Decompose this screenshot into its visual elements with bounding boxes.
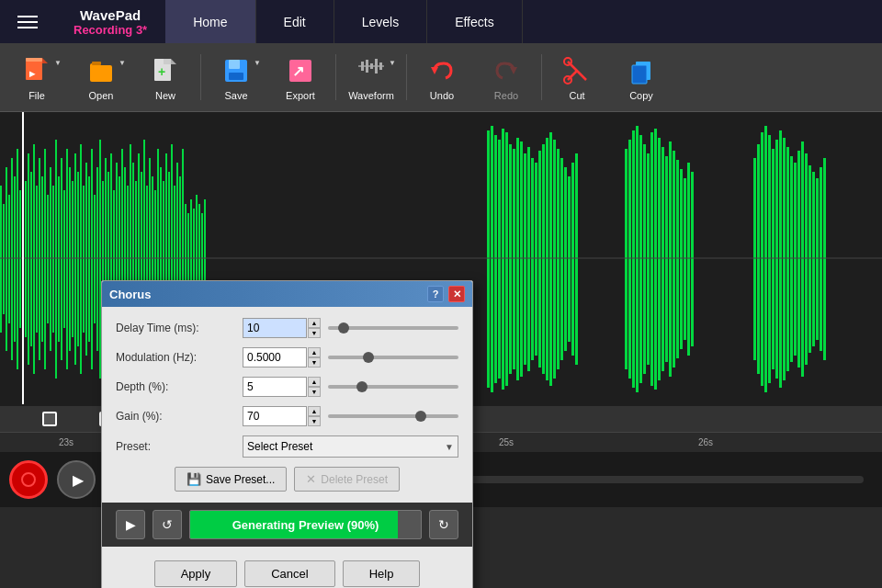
- copy-label: Copy: [629, 90, 653, 101]
- modulation-input-group: ▲ ▼: [243, 347, 321, 368]
- modulation-slider[interactable]: [328, 356, 458, 359]
- modulation-thumb[interactable]: [363, 352, 374, 363]
- svg-rect-144: [687, 163, 690, 356]
- delete-preset-button[interactable]: ✕ Delete Preset: [294, 467, 400, 492]
- nav-tabs: Home Edit Levels Effects: [165, 0, 882, 43]
- modulation-down[interactable]: ▼: [308, 357, 321, 368]
- gain-down[interactable]: ▼: [308, 416, 321, 426]
- tab-levels[interactable]: Levels: [334, 0, 427, 43]
- svg-rect-149: [764, 126, 767, 392]
- svg-rect-104: [494, 135, 497, 383]
- gain-up[interactable]: ▲: [308, 406, 321, 416]
- record-icon: [21, 472, 36, 487]
- svg-rect-47: [55, 140, 57, 379]
- delay-time-input-group: ▲ ▼: [243, 318, 321, 338]
- svg-rect-4: [92, 62, 101, 65]
- dialog-close-button[interactable]: ✕: [448, 286, 465, 302]
- svg-rect-143: [684, 178, 686, 340]
- undo-button[interactable]: Undo: [410, 46, 474, 108]
- svg-rect-39: [33, 144, 35, 374]
- preview-back-button[interactable]: ↺: [153, 510, 182, 539]
- apply-label: Apply: [181, 567, 211, 581]
- svg-rect-61: [94, 195, 96, 323]
- new-icon: +: [149, 54, 182, 87]
- depth-row: Depth (%): ▲ ▼: [116, 377, 458, 397]
- svg-marker-21: [510, 67, 517, 74]
- save-preset-button[interactable]: 💾 Save Preset...: [175, 467, 287, 492]
- svg-rect-111: [520, 141, 523, 377]
- new-button[interactable]: + New: [133, 46, 198, 108]
- play-button[interactable]: ▶: [57, 460, 96, 499]
- cut-icon: [560, 54, 594, 87]
- menu-button[interactable]: [0, 0, 55, 43]
- svg-rect-156: [790, 156, 793, 362]
- save-label: Save: [224, 90, 247, 101]
- svg-rect-130: [636, 126, 639, 392]
- modulation-up[interactable]: ▲: [308, 347, 321, 357]
- svg-rect-38: [30, 172, 32, 346]
- modulation-input[interactable]: [243, 347, 307, 368]
- help-label: Help: [369, 567, 394, 581]
- depth-slider[interactable]: [328, 385, 458, 389]
- svg-rect-62: [96, 167, 98, 351]
- open-button[interactable]: ▼ Open: [69, 46, 133, 108]
- gain-thumb[interactable]: [415, 411, 426, 422]
- tab-edit[interactable]: Edit: [256, 0, 334, 43]
- file-button[interactable]: ▶ ▼ File: [5, 46, 69, 108]
- file-label: File: [28, 90, 45, 101]
- svg-rect-135: [654, 129, 657, 390]
- dialog-help-button[interactable]: ?: [427, 286, 444, 302]
- svg-rect-161: [808, 165, 811, 353]
- svg-rect-140: [673, 151, 675, 368]
- save-arrow: ▼: [254, 59, 261, 67]
- delay-time-up[interactable]: ▲: [308, 318, 321, 328]
- cut-button[interactable]: Cut: [545, 46, 609, 108]
- depth-input[interactable]: [243, 377, 307, 397]
- preview-reload-button[interactable]: ↻: [429, 510, 458, 539]
- svg-rect-31: [11, 158, 13, 360]
- svg-rect-151: [772, 149, 775, 369]
- app-subtitle: Recording 3*: [74, 23, 147, 37]
- apply-button[interactable]: Apply: [154, 560, 238, 587]
- record-button[interactable]: [9, 460, 48, 499]
- svg-rect-121: [557, 149, 560, 369]
- sep3: [406, 54, 407, 100]
- svg-rect-37: [28, 153, 29, 365]
- gain-slider[interactable]: [328, 414, 458, 418]
- delay-time-slider[interactable]: [328, 326, 458, 330]
- delay-time-down[interactable]: ▼: [308, 328, 321, 338]
- gain-input[interactable]: [243, 406, 307, 426]
- tab-home[interactable]: Home: [165, 0, 255, 43]
- delay-time-input[interactable]: [243, 318, 307, 338]
- svg-rect-34: [19, 190, 21, 328]
- save-button[interactable]: ▼ Save: [204, 46, 268, 108]
- depth-down[interactable]: ▼: [308, 387, 321, 397]
- svg-rect-36: [25, 181, 27, 337]
- delay-time-thumb[interactable]: [338, 322, 349, 334]
- waveform-button[interactable]: ▼ Waveform: [339, 46, 403, 108]
- copy-button[interactable]: Copy: [609, 46, 673, 108]
- preset-action-buttons: 💾 Save Preset... ✕ Delete Preset: [116, 467, 458, 492]
- svg-rect-154: [783, 138, 786, 380]
- svg-rect-44: [47, 195, 49, 323]
- cancel-button[interactable]: Cancel: [244, 560, 334, 587]
- svg-rect-132: [643, 144, 646, 374]
- help-button[interactable]: Help: [343, 560, 421, 587]
- svg-rect-109: [513, 149, 515, 369]
- gain-input-group: ▲ ▼: [243, 406, 321, 426]
- open-arrow: ▼: [119, 59, 126, 67]
- depth-up[interactable]: ▲: [308, 377, 321, 387]
- preset-label: Preset:: [116, 440, 235, 453]
- svg-rect-124: [568, 176, 571, 342]
- marker-handle-1[interactable]: [42, 412, 57, 426]
- export-button[interactable]: ↗ Export: [268, 46, 333, 108]
- preview-play-button[interactable]: ▶: [116, 510, 145, 539]
- save-preset-icon: 💾: [187, 472, 201, 486]
- tab-effects[interactable]: Effects: [427, 0, 523, 43]
- hamburger-icon: [17, 16, 38, 28]
- svg-rect-32: [14, 176, 16, 342]
- depth-thumb[interactable]: [356, 381, 368, 392]
- svg-rect-123: [564, 167, 567, 351]
- preset-select[interactable]: Select Preset: [243, 435, 458, 458]
- redo-button[interactable]: Redo: [474, 46, 538, 108]
